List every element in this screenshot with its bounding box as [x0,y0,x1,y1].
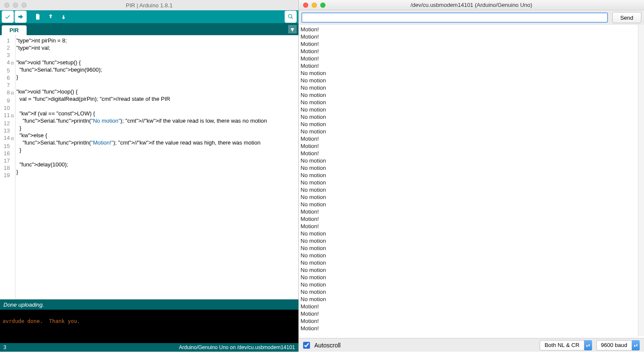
serial-monitor-window: /dev/cu.usbmodem14101 (Arduino/Genuino U… [298,0,644,352]
baud-rate-value: 9600 baud [596,340,632,350]
minimize-icon[interactable] [312,3,317,8]
line-ending-select[interactable]: Both NL & CR ▴▾ [540,340,592,350]
ide-status-bar: Done uploading. [0,299,298,310]
footer-line-number: 3 [3,344,6,350]
line-gutter: 1234⊟5678⊟91011⊟121314⊟1516171819 [0,35,15,299]
code-content[interactable]: "type">int pirPin = 8;"type">int val; "k… [15,35,298,299]
new-sketch-button[interactable] [32,11,44,23]
sm-titlebar[interactable]: /dev/cu.usbmodem14101 (Arduino/Genuino U… [299,0,644,10]
autoscroll-checkbox[interactable] [303,342,310,349]
close-icon[interactable] [303,3,308,8]
tab-sketch[interactable]: PIR [2,25,27,35]
footer-board-port: Arduino/Genuino Uno on /dev/cu.usbmodem1… [179,344,295,350]
minimize-icon[interactable] [13,3,18,8]
verify-button[interactable] [2,11,14,23]
ide-titlebar[interactable]: PIR | Arduino 1.8.1 [0,0,298,10]
sm-window-title: /dev/cu.usbmodem14101 (Arduino/Genuino U… [410,2,532,8]
scrollbar[interactable] [638,25,644,336]
ide-tabbar: PIR ▾ [0,23,298,35]
ide-console-output[interactable]: avrdude done. Thank you. [0,310,298,343]
chevron-updown-icon: ▴▾ [632,340,640,350]
code-editor[interactable]: 1234⊟5678⊟91011⊟121314⊟1516171819 "type"… [0,35,298,299]
ide-toolbar [0,10,298,23]
serial-output[interactable]: Motion!Motion!Motion!Motion!Motion!Motio… [299,25,644,338]
ide-footer: 3 Arduino/Genuino Uno on /dev/cu.usbmode… [0,343,298,352]
serial-monitor-button[interactable] [285,11,297,23]
tab-dropdown-button[interactable]: ▾ [288,25,297,33]
sm-traffic-lights [299,3,325,8]
close-icon[interactable] [4,3,9,8]
line-ending-value: Both NL & CR [540,340,584,350]
maximize-icon[interactable] [21,3,27,8]
autoscroll-label: Autoscroll [314,342,340,349]
baud-rate-select[interactable]: 9600 baud ▴▾ [596,340,640,350]
save-sketch-button[interactable] [58,11,70,23]
sm-input-bar: Send [299,10,644,25]
chevron-updown-icon: ▴▾ [584,340,592,350]
maximize-icon[interactable] [320,3,325,8]
ide-window-title: PIR | Arduino 1.8.1 [126,2,173,9]
arduino-ide-window: PIR | Arduino 1.8.1 PIR ▾ 1234⊟5678⊟9101… [0,0,298,352]
open-sketch-button[interactable] [45,11,57,23]
sm-bottom-bar: Autoscroll Both NL & CR ▴▾ 9600 baud ▴▾ [299,338,644,352]
ide-traffic-lights [0,3,27,8]
upload-button[interactable] [15,11,27,23]
serial-send-input[interactable] [301,12,608,23]
send-button[interactable]: Send [612,12,641,23]
